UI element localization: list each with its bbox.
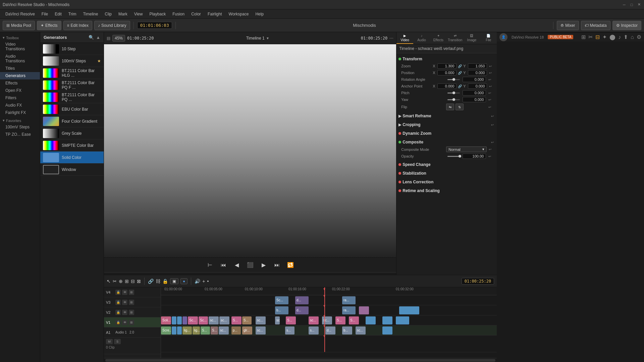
bottom-nav-edit[interactable]: ⊟ (595, 34, 600, 40)
tl-tool-insert[interactable]: ⊞ (125, 279, 129, 284)
transform-header[interactable]: Transform (398, 55, 495, 63)
clip-v1-sc3[interactable]: sc... (356, 326, 366, 335)
clip-v2-8[interactable]: sc... (219, 316, 229, 324)
preview-scene-prev-button[interactable]: ⊢ (205, 260, 215, 270)
speed-change-header[interactable]: Speed Change (398, 161, 495, 168)
clip-v2-10[interactable]: S... (242, 316, 252, 324)
pitch-slider[interactable] (447, 93, 460, 94)
tl-audio-icon[interactable]: 🔊 (195, 279, 200, 284)
rotation-slider[interactable] (447, 79, 460, 80)
sidebar-item-tp-zo-ease[interactable]: TP ZO... Ease (0, 131, 40, 138)
mixer-button[interactable]: ⟰ Mixer (557, 21, 579, 30)
sidebar-item-fairlight-fx[interactable]: Fairlight FX (0, 109, 40, 116)
gen-item-fourcolor[interactable]: Four Color Gradient (40, 115, 104, 127)
menu-file[interactable]: File (39, 11, 51, 17)
opacity-value[interactable]: 100.00 (463, 154, 486, 159)
bottom-nav-deliver[interactable]: ⬆ (624, 34, 628, 40)
audio-mute-icon[interactable]: M (106, 339, 113, 344)
gen-item-window[interactable]: Window (40, 164, 104, 176)
clip-v3-4[interactable] (359, 306, 369, 314)
v1-vis-icon[interactable]: 👁 (122, 320, 127, 325)
clip-v1-s4[interactable]: s... (309, 326, 319, 335)
yaw-slider[interactable] (447, 99, 460, 100)
bottom-nav-fusion[interactable]: ✦ (602, 34, 607, 40)
v4-lock-icon[interactable]: 🔒 (115, 290, 121, 295)
menu-help[interactable]: Help (253, 11, 266, 17)
position-y-value[interactable]: 0.000 (468, 70, 487, 75)
clip-v1-b[interactable]: b... (342, 326, 352, 335)
clip-v2-2[interactable] (172, 316, 176, 324)
clip-v2-20[interactable] (396, 316, 409, 324)
clip-v4-1[interactable]: Sc... (275, 296, 288, 304)
v2-lock-icon[interactable]: 🔒 (115, 310, 121, 315)
clip-v2-6[interactable]: Sc... (199, 316, 208, 324)
clip-v1-lig1[interactable]: lig... (182, 326, 192, 335)
yaw-value[interactable]: 0.000 (463, 97, 486, 102)
clip-v1-2[interactable] (172, 326, 176, 335)
gen-item-100mv[interactable]: 100mV Steps ★ (40, 55, 104, 67)
smart-reframe-reset[interactable]: ↩ (490, 114, 495, 118)
clip-v3-3[interactable]: ra... (342, 306, 356, 314)
preview-fast-forward-button[interactable]: ⏭ (272, 260, 282, 270)
composite-mode-dropdown[interactable]: Normal ▾ (446, 146, 487, 152)
dynamic-zoom-header[interactable]: Dynamic Zoom (398, 130, 495, 137)
opacity-slider[interactable] (447, 156, 460, 157)
menu-playback[interactable]: Playback (147, 11, 168, 17)
prev-zoom-label[interactable]: 45% (112, 35, 125, 42)
cropping-header[interactable]: ▶ Cropping ↩ (398, 121, 495, 128)
flip-horizontal-button[interactable]: ⇆ (446, 104, 454, 110)
flip-reset-icon[interactable]: ↩ (487, 105, 492, 109)
anchor-x-value[interactable]: 0.000 (437, 83, 457, 89)
v2-vis-icon[interactable]: 👁 (122, 310, 127, 315)
scrub-bar[interactable] (104, 272, 396, 275)
gen-item-ebu[interactable]: EBU Color Bar (40, 103, 104, 115)
clip-v1-s1[interactable]: S... (201, 326, 210, 335)
menu-view[interactable]: View (131, 11, 146, 17)
preview-loop-button[interactable]: 🔁 (286, 260, 295, 270)
v4-link-icon[interactable]: ⊞ (129, 290, 134, 295)
composite-mode-reset[interactable]: ↩ (488, 147, 492, 152)
position-x-value[interactable]: 0.000 (437, 70, 457, 75)
minimize-button[interactable]: ─ (622, 2, 627, 7)
flip-vertical-button[interactable]: ⇅ (455, 104, 464, 110)
gen-item-10step[interactable]: 10 Step (40, 43, 104, 55)
clip-v1-scre[interactable]: Scre... (161, 326, 171, 335)
clip-v2-11[interactable]: sc... (256, 316, 266, 324)
bottom-nav-color[interactable]: ⬤ (609, 34, 615, 40)
clip-v2-7[interactable]: sc... (209, 316, 219, 324)
lens-correction-header[interactable]: Lens Correction (398, 178, 495, 186)
user-avatar[interactable]: 👤 (499, 33, 507, 41)
tl-tool-dynamic[interactable]: ⊕ (119, 279, 123, 284)
v1-link-icon[interactable]: ⊞ (129, 320, 134, 325)
clip-v1-sc2[interactable]: sc... (256, 326, 266, 335)
position-link-icon[interactable]: 🔗 (458, 70, 462, 75)
gen-search-icon[interactable]: 🔍 (89, 35, 94, 40)
clip-v1-glr[interactable]: glr... (242, 326, 252, 335)
zoom-x-value[interactable]: 1.300 (437, 63, 457, 69)
preview-play-reverse-button[interactable]: ◀ (232, 260, 241, 270)
tab-transition[interactable]: ⇄ Transition (447, 32, 464, 44)
smart-reframe-header[interactable]: ▶ Smart Reframe ↩ (398, 112, 495, 120)
sidebar-item-100mv-steps[interactable]: 100mV Steps (0, 123, 40, 131)
audio-solo-icon[interactable]: S (114, 339, 121, 344)
rotation-value[interactable]: 0.000 (463, 77, 486, 82)
tl-plus-icon[interactable]: + (202, 279, 205, 284)
clip-v3-2[interactable]: d... (295, 306, 309, 314)
sidebar-item-effects[interactable]: Effects (0, 79, 40, 87)
timeline-scrollbar[interactable] (104, 358, 497, 362)
clip-v3-5[interactable] (399, 306, 419, 314)
gen-item-greyscale[interactable]: Grey Scale (40, 127, 104, 139)
tl-tool-overwrite[interactable]: ⊟ (131, 279, 135, 284)
tl-tool-cut[interactable]: ✂ (113, 279, 117, 284)
pitch-value[interactable]: 0.000 (463, 90, 486, 96)
bottom-nav-home[interactable]: ⌂ (631, 34, 634, 40)
menu-fairlight[interactable]: Fairlight (205, 11, 225, 17)
zoom-link-icon[interactable]: 🔗 (458, 64, 462, 68)
menu-mark[interactable]: Mark (116, 11, 130, 17)
menu-clip[interactable]: Clip (102, 11, 114, 17)
maximize-button[interactable]: □ (629, 2, 634, 7)
position-reset-icon[interactable]: ↩ (488, 70, 492, 75)
menu-timeline[interactable]: Timeline (80, 11, 101, 17)
clip-v2-4[interactable] (182, 316, 187, 324)
clip-v2-18[interactable] (366, 316, 376, 324)
